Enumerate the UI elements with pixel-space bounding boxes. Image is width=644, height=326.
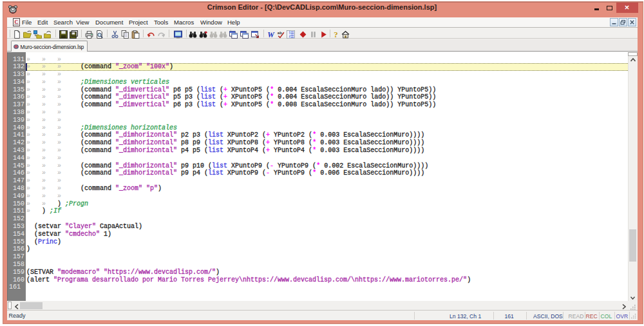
- svg-text:C: C: [15, 19, 19, 25]
- svg-text:W: W: [267, 30, 275, 39]
- svg-text:2: 2: [289, 34, 290, 37]
- svg-text:ab: ab: [277, 30, 281, 34]
- svg-text:?: ?: [334, 30, 338, 39]
- svg-text:1: 1: [289, 31, 290, 34]
